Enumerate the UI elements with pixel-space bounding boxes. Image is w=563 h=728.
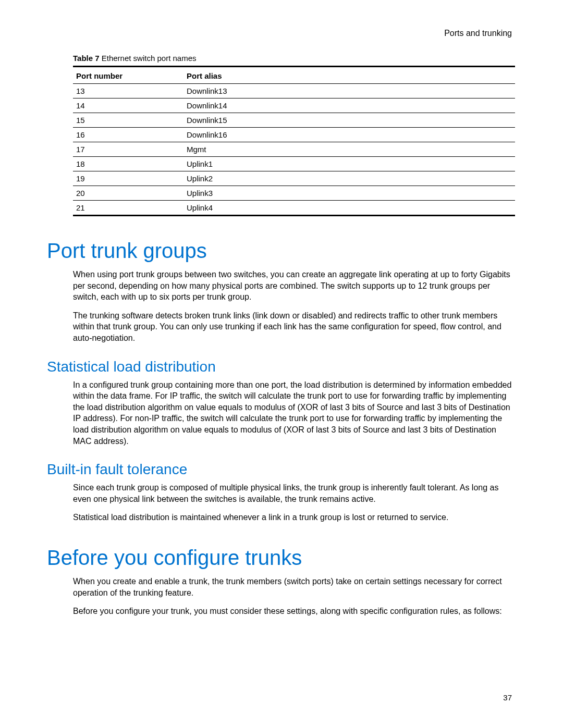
paragraph: The trunking software detects broken tru… bbox=[73, 310, 516, 344]
cell-port-alias: Downlink13 bbox=[183, 84, 515, 98]
table-row: 13Downlink13 bbox=[73, 84, 515, 98]
cell-port-number: 15 bbox=[73, 113, 183, 128]
cell-port-number: 14 bbox=[73, 98, 183, 113]
table-number: Table 7 bbox=[73, 54, 100, 63]
table-row: 17Mgmt bbox=[73, 142, 515, 157]
table-title-text: Ethernet switch port names bbox=[102, 54, 197, 63]
heading-before-you-configure-trunks: Before you configure trunks bbox=[47, 546, 516, 570]
cell-port-alias: Uplink4 bbox=[183, 201, 515, 216]
cell-port-number: 13 bbox=[73, 84, 183, 98]
port-names-table: Port number Port alias 13Downlink13 14Do… bbox=[73, 66, 515, 216]
cell-port-alias: Downlink14 bbox=[183, 98, 515, 113]
heading-built-in-fault-tolerance: Built-in fault tolerance bbox=[47, 461, 516, 478]
paragraph: Since each trunk group is composed of mu… bbox=[73, 482, 516, 504]
cell-port-alias: Uplink2 bbox=[183, 171, 515, 186]
table-row: 14Downlink14 bbox=[73, 98, 515, 113]
table-caption: Table 7 Ethernet switch port names bbox=[73, 54, 516, 63]
paragraph: In a configured trunk group containing m… bbox=[73, 379, 516, 447]
cell-port-number: 16 bbox=[73, 128, 183, 142]
cell-port-alias: Downlink16 bbox=[183, 128, 515, 142]
heading-statistical-load-distribution: Statistical load distribution bbox=[47, 359, 516, 375]
table-row: 21Uplink4 bbox=[73, 201, 515, 216]
paragraph: Statistical load distribution is maintai… bbox=[73, 512, 516, 523]
table-row: 19Uplink2 bbox=[73, 171, 515, 186]
cell-port-alias: Downlink15 bbox=[183, 113, 515, 128]
cell-port-alias: Mgmt bbox=[183, 142, 515, 157]
table-row: 16Downlink16 bbox=[73, 128, 515, 142]
running-header: Ports and trunking bbox=[47, 29, 512, 38]
heading-port-trunk-groups: Port trunk groups bbox=[47, 239, 516, 263]
page-number: 37 bbox=[503, 693, 512, 702]
cell-port-alias: Uplink3 bbox=[183, 186, 515, 201]
paragraph: When using port trunk groups between two… bbox=[73, 269, 516, 303]
cell-port-number: 20 bbox=[73, 186, 183, 201]
page: Ports and trunking Table 7 Ethernet swit… bbox=[0, 0, 563, 728]
cell-port-number: 18 bbox=[73, 157, 183, 171]
cell-port-alias: Uplink1 bbox=[183, 157, 515, 171]
paragraph: Before you configure your trunk, you mus… bbox=[73, 606, 516, 617]
col-port-number: Port number bbox=[73, 67, 183, 84]
cell-port-number: 19 bbox=[73, 171, 183, 186]
col-port-alias: Port alias bbox=[183, 67, 515, 84]
table-row: 18Uplink1 bbox=[73, 157, 515, 171]
cell-port-number: 17 bbox=[73, 142, 183, 157]
table-row: 20Uplink3 bbox=[73, 186, 515, 201]
paragraph: When you create and enable a trunk, the … bbox=[73, 576, 516, 598]
cell-port-number: 21 bbox=[73, 201, 183, 216]
table-header-row: Port number Port alias bbox=[73, 67, 515, 84]
table-row: 15Downlink15 bbox=[73, 113, 515, 128]
